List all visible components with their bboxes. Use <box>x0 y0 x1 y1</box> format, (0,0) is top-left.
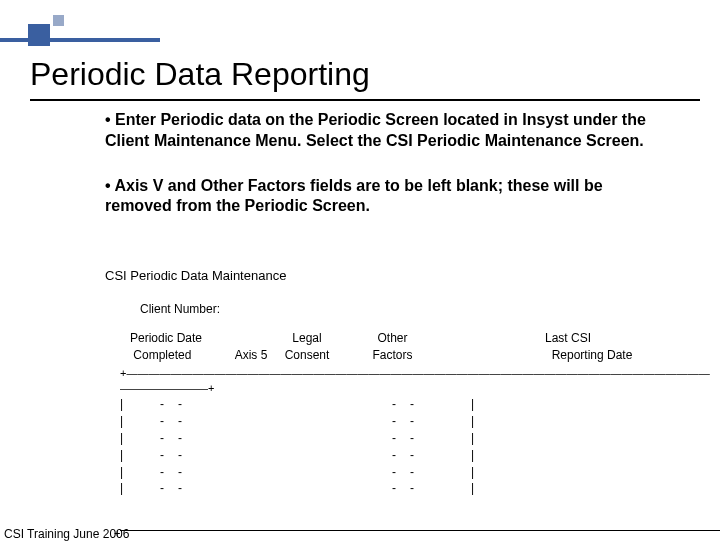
bullet-2: • Axis V and Other Factors fields are to… <box>105 176 665 218</box>
table-header-row-1: Periodic Date Legal Other Last CSI <box>120 330 710 347</box>
bullet-1-text: Enter Periodic data on the Periodic Scre… <box>105 111 646 149</box>
header-square-large <box>28 24 50 46</box>
col-consent: Consent <box>277 347 337 364</box>
client-number-label: Client Number: <box>140 302 220 316</box>
table-header-row-2: Completed Axis 5 Consent Factors Reporti… <box>120 347 710 364</box>
col-reporting-date: Reporting Date <box>545 347 685 364</box>
periodic-data-table: Periodic Date Legal Other Last CSI Compl… <box>120 330 710 497</box>
header-square-small <box>53 15 64 26</box>
col-other: Other <box>355 330 430 347</box>
col-legal: Legal <box>277 330 337 347</box>
table-row: |----| <box>120 430 710 447</box>
bullet-2-text: Axis V and Other Factors fields are to b… <box>105 177 603 215</box>
table-rule-tail: ————————+ <box>120 381 710 396</box>
col-lastcsi: Last CSI <box>545 330 685 347</box>
col-factors: Factors <box>355 347 430 364</box>
table-row: |----| <box>120 447 710 464</box>
table-row: |----| <box>120 413 710 430</box>
header-bar <box>0 38 160 42</box>
table-row: |----| <box>120 464 710 481</box>
table-row: |----| <box>120 480 710 497</box>
header-decoration <box>0 0 160 48</box>
footer-text: CSI Training June 2006 <box>4 527 129 541</box>
footer-rule <box>120 530 720 531</box>
bullet-list: • Enter Periodic data on the Periodic Sc… <box>105 110 665 241</box>
col-axis5 <box>225 330 277 347</box>
col-axis5-2: Axis 5 <box>225 347 277 364</box>
title-underline <box>30 99 700 101</box>
col-completed: Completed <box>130 347 225 364</box>
bullet-1: • Enter Periodic data on the Periodic Sc… <box>105 110 665 152</box>
table-row: |----| <box>120 396 710 413</box>
table-rule-top: +———————————————————————————————————————… <box>120 366 710 381</box>
subheading: CSI Periodic Data Maintenance <box>105 268 286 283</box>
table-body: |----||----||----||----||----||----| <box>120 396 710 497</box>
col-periodic-date: Periodic Date <box>130 330 225 347</box>
footer-plus: + <box>114 527 120 539</box>
page-title: Periodic Data Reporting <box>30 56 370 93</box>
